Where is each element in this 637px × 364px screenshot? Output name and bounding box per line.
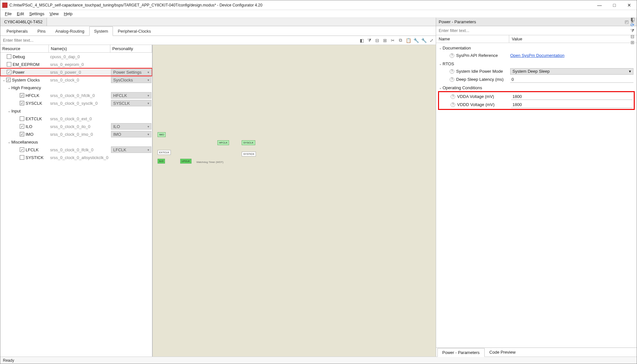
r-funnel-icon[interactable]: ⧩ (630, 28, 635, 34)
block-hfclk[interactable]: HFCLK (217, 140, 229, 145)
block-ilo[interactable]: ILO (158, 159, 165, 164)
block-extclk[interactable]: EXTCLK (158, 150, 171, 155)
close-button[interactable]: ✕ (622, 0, 637, 10)
personality-sysclocks[interactable]: SysClocks▾ (111, 77, 151, 83)
maximize-button[interactable]: □ (607, 0, 622, 10)
wrench2-icon[interactable]: 🔧 (421, 37, 427, 43)
chk-sysclk[interactable] (20, 101, 24, 105)
row-input[interactable]: ⌄Input (0, 107, 152, 115)
chk-sysclocks[interactable] (6, 78, 11, 82)
personality-hfclk[interactable]: HFCLK▾ (111, 92, 151, 99)
input-vddd-voltage[interactable]: 1800 (511, 102, 632, 108)
chk-lfclk[interactable] (20, 147, 24, 152)
collapse-icon[interactable]: ⊟ (374, 37, 380, 43)
menu-help[interactable]: Help (61, 11, 75, 17)
personality-ilo[interactable]: ILO▾ (111, 123, 151, 130)
help-icon[interactable]: ? (450, 53, 454, 58)
resource-tree: Resource Name(s) Personality Debug cpuss… (0, 45, 152, 357)
input-vdda-voltage[interactable]: 1800 (511, 93, 632, 100)
row-misc[interactable]: ⌄Miscellaneous (0, 138, 152, 146)
panel-header: Power - Parameters ◰ ✕ (436, 18, 637, 26)
row-extclk[interactable]: EXTCLK srss_0_clock_0_ext_0 (0, 115, 152, 123)
chk-systick[interactable] (20, 155, 24, 160)
exp-sysclocks[interactable]: ⌄ (2, 78, 6, 82)
link-open-syspm-doc[interactable]: Open SysPm Documentation (510, 53, 565, 58)
block-systick[interactable]: SYSTICK (242, 152, 256, 156)
block-imo[interactable]: IMO (158, 132, 166, 137)
col-header-names: Name(s) (49, 45, 110, 52)
tab-peripherals[interactable]: Peripherals (2, 27, 33, 36)
chk-hfclk[interactable] (20, 93, 24, 98)
help-icon[interactable]: ? (451, 94, 455, 99)
exp-misc[interactable]: ⌄ (7, 140, 11, 144)
menu-settings[interactable]: Settings (27, 11, 47, 17)
row-systick[interactable]: SYSTICK srss_0_clock_0_altsystickclk_0 (0, 154, 152, 161)
paste-icon[interactable]: 📋 (405, 37, 411, 43)
param-col-value: Value (509, 35, 637, 43)
fit-icon[interactable]: ⤢ (429, 37, 434, 43)
group-rtos[interactable]: ⌄RTOS (438, 60, 635, 67)
tab-power-parameters[interactable]: Power - Parameters (437, 348, 485, 357)
personality-power[interactable]: Power Settings▾ (111, 69, 151, 75)
menu-edit[interactable]: Edit (14, 11, 27, 17)
tab-code-preview[interactable]: Code Preview (485, 348, 521, 357)
row-system-clocks[interactable]: ⌄System Clocks srss_0_clock_0 SysClocks▾ (0, 76, 152, 84)
chk-eeprom[interactable] (7, 62, 11, 67)
copy-icon[interactable]: ⧉ (398, 37, 403, 43)
row-power[interactable]: Power srss_0_power_0 Power Settings▾ (0, 68, 152, 76)
expand-icon[interactable]: ⊞ (382, 37, 388, 43)
block-lfclk[interactable]: LFCLK (180, 159, 192, 164)
menu-file[interactable]: File (2, 11, 14, 17)
menu-view[interactable]: View (47, 11, 61, 17)
r-eraser-icon[interactable]: ◧ (630, 16, 635, 22)
minimize-button[interactable]: — (592, 0, 607, 10)
chk-ilo[interactable] (20, 124, 24, 129)
row-imo[interactable]: IMO srss_0_clock_0_imo_0 IMO▾ (0, 130, 152, 138)
personality-sysclk[interactable]: SYSCLK▾ (111, 100, 151, 106)
personality-imo[interactable]: IMO▾ (111, 131, 151, 137)
wrench-icon[interactable]: 🔧 (413, 37, 419, 43)
cut-icon[interactable]: ✂ (390, 37, 396, 43)
exp-highfreq[interactable]: ⌄ (7, 86, 11, 90)
device-tab-strip: CY8C4046LQI-T452 (0, 18, 436, 26)
tab-pins[interactable]: Pins (33, 27, 50, 36)
row-hfclk[interactable]: HFCLK srss_0_clock_0_hfclk_0 HFCLK▾ (0, 91, 152, 99)
row-eeprom[interactable]: EM_EEPROM srss_0_eeprom_0 (0, 60, 152, 68)
exp-input[interactable]: ⌄ (7, 109, 11, 113)
chk-debug[interactable] (7, 54, 11, 59)
row-idle-power-mode: ?System Idle Power Mode System Deep Slee… (438, 67, 635, 75)
input-deep-sleep-latency[interactable]: 0 (510, 76, 633, 83)
left-filter-input[interactable] (2, 37, 359, 44)
param-header: Name Value (436, 35, 637, 43)
chk-power[interactable] (7, 70, 11, 74)
row-syspm-api: ?SysPm API Reference Open SysPm Document… (438, 51, 635, 59)
chk-extclk[interactable] (20, 116, 24, 121)
panel-float-icon[interactable]: ◰ (625, 19, 629, 24)
row-high-frequency[interactable]: ⌄High Frequency (0, 84, 152, 91)
help-icon[interactable]: ? (450, 69, 454, 74)
block-sysclk[interactable]: SYSCLK (242, 140, 255, 145)
row-ilo[interactable]: ILO srss_0_clock_0_ilo_0 ILO▾ (0, 123, 152, 130)
chevron-down-icon: ▾ (629, 69, 631, 74)
personality-lfclk[interactable]: LFCLK▾ (111, 146, 151, 153)
clock-diagram-canvas[interactable]: IMO EXTCLK ILO LFCLK HFCLK SYSCLK SYSTIC… (152, 45, 436, 357)
eraser-icon[interactable]: ◧ (359, 37, 365, 43)
device-tab[interactable]: CY8C4046LQI-T452 (0, 18, 47, 26)
group-documentation[interactable]: ⌄Documentation (438, 44, 635, 51)
chk-imo[interactable] (20, 132, 24, 136)
right-filter-input[interactable] (437, 27, 630, 34)
help-icon[interactable]: ? (450, 77, 454, 82)
tab-peripheral-clocks[interactable]: Peripheral-Clocks (113, 27, 156, 36)
row-debug[interactable]: Debug cpuss_0_dap_0 (0, 53, 152, 60)
tab-system[interactable]: System (89, 27, 113, 36)
select-idle-power-mode[interactable]: System Deep Sleep▾ (510, 68, 633, 75)
row-deep-sleep-latency: ?Deep Sleep Latency (ms) 0 (438, 75, 635, 83)
funnel-icon[interactable]: ⧩ (367, 37, 372, 43)
group-operating-conditions[interactable]: ⌄Operating Conditions (438, 84, 635, 91)
help-icon[interactable]: ? (451, 102, 455, 107)
row-sysclk[interactable]: SYSCLK srss_0_clock_0_sysclk_0 SYSCLK▾ (0, 99, 152, 107)
tab-analog-routing[interactable]: Analog-Routing (50, 27, 89, 36)
category-tabs: Peripherals Pins Analog-Routing System P… (0, 26, 436, 36)
refresh-icon[interactable]: ⟳ (630, 22, 635, 28)
row-lfclk[interactable]: LFCLK srss_0_clock_0_lfclk_0 LFCLK▾ (0, 146, 152, 154)
